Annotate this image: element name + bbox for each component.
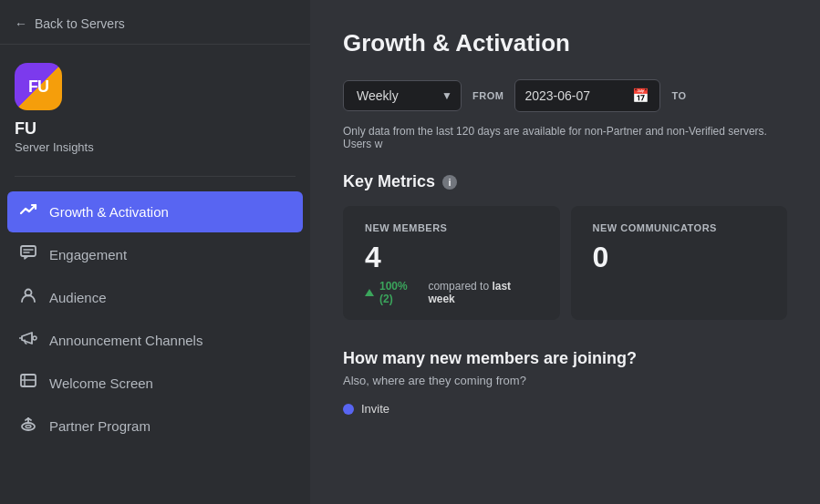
sidebar-item-announcement[interactable]: Announcement Channels — [7, 320, 303, 361]
metric-change-new-members: 100% (2) compared to last week — [365, 280, 538, 305]
metric-card-new-communicators: NEW COMMUNICATORS 0 — [571, 206, 788, 320]
sidebar-item-partner-label: Partner Program — [49, 418, 151, 434]
legend-dot-invite — [343, 404, 354, 415]
back-to-servers-label: Back to Servers — [35, 16, 125, 31]
back-to-servers-button[interactable]: ← Back to Servers — [0, 0, 310, 45]
server-icon: FU — [15, 63, 62, 110]
metric-label-new-communicators: NEW COMMUNICATORS — [593, 222, 766, 233]
period-dropdown[interactable]: Weekly Daily Monthly — [343, 80, 462, 111]
engagement-icon — [18, 243, 38, 266]
sidebar-item-engagement[interactable]: Engagement — [7, 234, 303, 275]
join-section-title: How many new members are joining? — [343, 349, 787, 368]
key-metrics-label: Key Metrics — [343, 172, 435, 191]
svg-marker-4 — [22, 333, 32, 344]
sidebar-item-welcome[interactable]: Welcome Screen — [7, 363, 303, 404]
key-metrics-title: Key Metrics i — [343, 172, 787, 191]
sidebar-item-welcome-label: Welcome Screen — [49, 375, 153, 391]
svg-point-6 — [33, 336, 36, 340]
calendar-icon[interactable]: 📅 — [632, 87, 649, 104]
audience-icon — [18, 286, 38, 309]
from-date-input[interactable] — [524, 88, 625, 103]
page-title: Growth & Activation — [343, 29, 787, 57]
sidebar-item-growth[interactable]: Growth & Activation — [7, 191, 303, 232]
trend-value: 100% (2) — [379, 280, 422, 305]
info-text: Only data from the last 120 days are ava… — [343, 125, 787, 150]
svg-point-10 — [22, 423, 35, 430]
from-date-wrapper: 📅 — [514, 79, 660, 112]
server-icon-text: FU — [28, 77, 48, 97]
trend-text: compared to last week — [428, 280, 537, 305]
legend-label-invite: Invite — [361, 402, 389, 416]
svg-point-11 — [26, 426, 31, 428]
trend-up-icon — [365, 289, 374, 296]
from-label: FROM — [472, 90, 503, 101]
sidebar-item-growth-label: Growth & Activation — [49, 204, 169, 220]
sidebar-item-announcement-label: Announcement Channels — [49, 333, 202, 348]
growth-icon — [18, 201, 38, 223]
partner-icon — [18, 415, 38, 437]
sidebar-item-audience-label: Audience — [49, 290, 107, 305]
announcement-icon — [18, 329, 38, 352]
sidebar: ← Back to Servers FU FU Server Insights … — [0, 0, 310, 504]
server-subtitle: Server Insights — [15, 140, 94, 154]
sidebar-divider — [15, 176, 296, 177]
sidebar-item-engagement-label: Engagement — [49, 247, 127, 262]
metric-label-new-members: NEW MEMBERS — [365, 222, 538, 233]
svg-rect-0 — [21, 246, 36, 256]
legend-row: Invite — [343, 402, 787, 416]
metric-value-new-members: 4 — [365, 241, 538, 274]
server-name: FU — [15, 119, 36, 139]
sidebar-item-partner[interactable]: Partner Program — [7, 406, 303, 447]
join-section: How many new members are joining? Also, … — [343, 349, 787, 416]
welcome-icon — [18, 372, 38, 395]
back-arrow-icon: ← — [15, 16, 27, 31]
to-label: TO — [671, 90, 686, 101]
server-info: FU FU Server Insights — [0, 45, 310, 169]
metrics-row: NEW MEMBERS 4 100% (2) compared to last … — [343, 206, 787, 320]
metric-value-new-communicators: 0 — [593, 241, 766, 274]
filters-row: Weekly Daily Monthly ▼ FROM 📅 TO — [343, 79, 787, 112]
sidebar-item-audience[interactable]: Audience — [7, 277, 303, 318]
metric-card-new-members: NEW MEMBERS 4 100% (2) compared to last … — [343, 206, 560, 320]
main-content: Growth & Activation Weekly Daily Monthly… — [310, 0, 820, 504]
info-icon[interactable]: i — [442, 175, 457, 190]
period-dropdown-wrapper: Weekly Daily Monthly ▼ — [343, 80, 462, 111]
join-section-subtitle: Also, where are they coming from? — [343, 374, 787, 387]
nav-items: Growth & Activation Engagement Audie — [0, 184, 310, 454]
